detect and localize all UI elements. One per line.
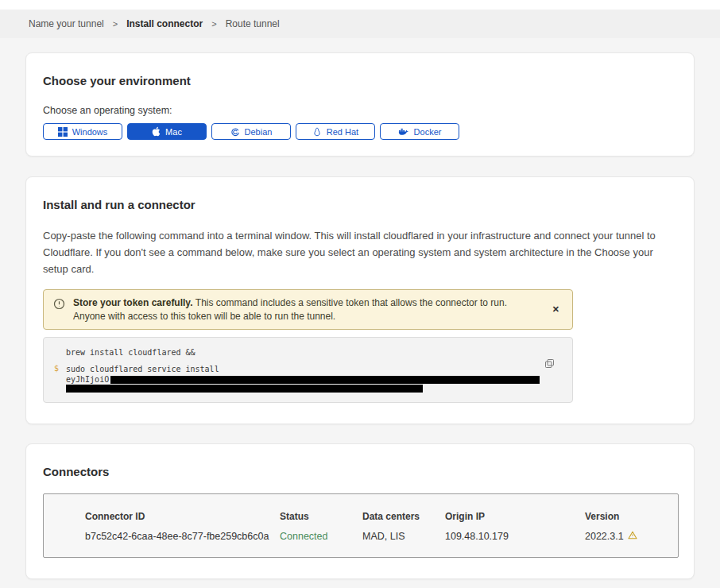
breadcrumb-name-your-tunnel[interactable]: Name your tunnel: [29, 18, 104, 29]
alert-close-button[interactable]: ✕: [549, 303, 563, 316]
connector-id-value: b7c52c42-6caa-48ee-8c77-fbe259cb6c0a: [85, 531, 280, 542]
code-line-sudo: $ sudo cloudflared service install eyJhI…: [54, 364, 540, 385]
redhat-icon: [312, 127, 322, 137]
column-header-data-centers: Data centers: [362, 511, 445, 522]
os-button-group: Windows Mac Debian: [43, 123, 677, 140]
status-badge: Connected: [280, 531, 362, 542]
alert-message: Store your token carefully. This command…: [73, 296, 541, 323]
breadcrumb-route-tunnel[interactable]: Route tunnel: [226, 18, 280, 29]
os-button-debian[interactable]: Debian: [211, 123, 291, 140]
warning-triangle-icon: [628, 531, 637, 542]
breadcrumb: Name your tunnel > Install connector > R…: [0, 10, 720, 38]
install-connector-card: Install and run a connector Copy-paste t…: [25, 176, 695, 424]
redaction-bar: [110, 376, 540, 384]
connectors-card: Connectors Connector ID Status Data cent…: [25, 443, 695, 579]
alert-title: Store your token carefully.: [73, 297, 195, 308]
install-command-codeblock: brew install cloudflared && $ sudo cloud…: [43, 337, 573, 403]
windows-icon: [58, 127, 68, 137]
os-button-windows[interactable]: Windows: [43, 123, 122, 140]
apple-icon: [152, 126, 161, 137]
column-header-origin-ip: Origin IP: [445, 511, 585, 522]
token-warning-alert: Store your token carefully. This command…: [43, 289, 573, 330]
debian-icon: [230, 127, 240, 137]
os-button-label: Debian: [245, 127, 273, 137]
os-button-redhat[interactable]: Red Hat: [296, 123, 375, 140]
os-select-label: Choose an operating system:: [43, 105, 677, 116]
os-button-label: Mac: [165, 127, 182, 137]
origin-ip-value: 109.48.10.179: [445, 531, 585, 542]
install-description: Copy-paste the following command into a …: [43, 227, 677, 277]
connectors-table: Connector ID Status Data centers Origin …: [43, 493, 679, 558]
docker-icon: [398, 127, 409, 136]
column-header-status: Status: [280, 511, 362, 522]
breadcrumb-install-connector[interactable]: Install connector: [126, 18, 203, 29]
column-header-version: Version: [585, 511, 678, 522]
shell-prompt: $: [54, 364, 66, 385]
token-prefix: eyJhIjoiO: [66, 375, 109, 384]
choose-environment-card: Choose your environment Choose an operat…: [25, 52, 695, 157]
os-button-label: Windows: [72, 127, 108, 137]
data-centers-value: MAD, LIS: [362, 531, 445, 542]
os-button-docker[interactable]: Docker: [380, 123, 459, 140]
code-text: brew install cloudflared &&: [66, 347, 195, 358]
column-header-connector-id: Connector ID: [85, 511, 280, 522]
top-strip: [0, 0, 720, 10]
version-value: 2022.3.1: [585, 531, 678, 542]
code-text: sudo cloudflared service install: [66, 365, 219, 373]
os-button-mac[interactable]: Mac: [127, 123, 207, 140]
os-button-label: Docker: [414, 127, 442, 137]
os-button-label: Red Hat: [327, 127, 358, 137]
code-line-brew: brew install cloudflared &&: [54, 347, 540, 358]
connectors-card-title: Connectors: [43, 465, 677, 478]
info-icon: [53, 298, 65, 313]
breadcrumb-separator: >: [211, 19, 216, 29]
breadcrumb-separator: >: [113, 19, 118, 29]
install-card-title: Install and run a connector: [43, 198, 677, 211]
environment-card-title: Choose your environment: [43, 74, 677, 87]
redaction-bar: [66, 385, 423, 393]
copy-icon[interactable]: [544, 358, 555, 371]
